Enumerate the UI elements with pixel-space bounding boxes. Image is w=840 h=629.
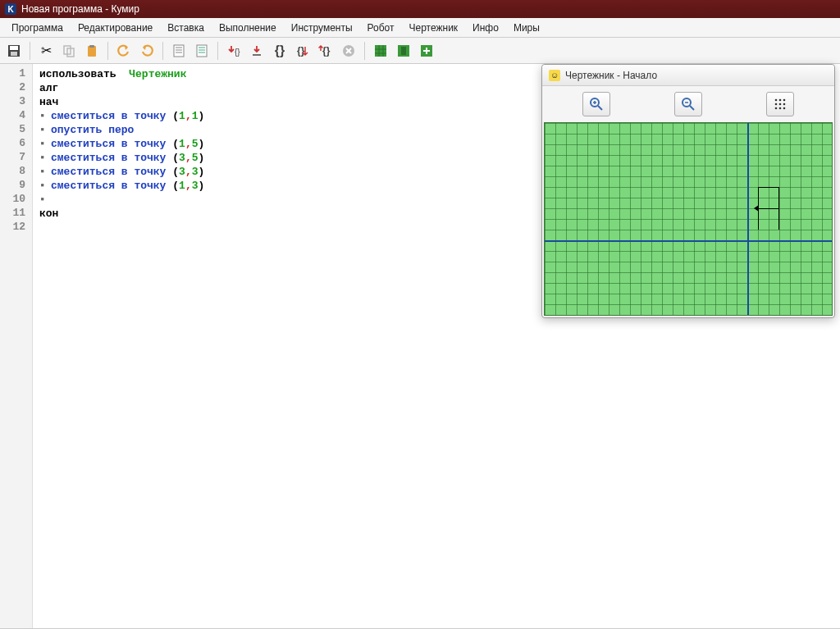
scissors-icon: ✂ (41, 43, 52, 58)
clipboard-icon (84, 43, 99, 58)
world-flag-button[interactable] (393, 40, 414, 62)
svg-rect-11 (197, 45, 207, 57)
flag-grid-icon (396, 43, 411, 58)
toolbar-separator (162, 42, 163, 60)
drafter-title: Чертежник - Начало (565, 70, 657, 81)
braces-icon: {} (275, 43, 285, 58)
braces-run-icon: {} (295, 43, 310, 58)
run-step-button[interactable]: {} (315, 40, 336, 62)
drafter-canvas[interactable] (544, 122, 833, 316)
line-gutter: 1 2 3 4 5 6 7 8 9 10 11 12 (0, 64, 33, 628)
world-grid-button[interactable] (370, 40, 391, 62)
svg-point-40 (779, 107, 782, 110)
menu-robot[interactable]: Робот (361, 20, 401, 36)
menu-run[interactable]: Выполнение (212, 20, 283, 36)
paste-button[interactable] (81, 40, 103, 62)
line-number: 9 (0, 179, 32, 193)
stop-button[interactable] (338, 40, 359, 62)
svg-text:{}: {} (322, 45, 331, 57)
svg-rect-22 (375, 45, 386, 57)
line-number: 2 (0, 81, 32, 95)
svg-rect-2 (11, 52, 17, 56)
line-number: 8 (0, 165, 32, 179)
zoom-out-button[interactable] (674, 92, 702, 116)
line-number: 1 (0, 67, 32, 81)
run-fast-button[interactable]: {} (292, 40, 313, 62)
menu-insert[interactable]: Вставка (161, 20, 211, 36)
step-in-button[interactable]: {} (223, 40, 244, 62)
undo-icon (116, 43, 131, 58)
svg-point-36 (775, 103, 778, 106)
grid-plus-icon (419, 43, 434, 58)
menu-info[interactable]: Инфо (466, 20, 505, 36)
line-number: 4 (0, 109, 32, 123)
floppy-icon (7, 43, 21, 58)
zoom-in-button[interactable] (582, 92, 610, 116)
page-lines-icon (194, 43, 209, 58)
line-number: 12 (0, 221, 32, 235)
menu-tools[interactable]: Инструменты (285, 20, 359, 36)
drafter-titlebar[interactable]: ☺ Чертежник - Начало (542, 65, 834, 86)
toolbar-separator (107, 42, 108, 60)
line-number: 6 (0, 137, 32, 151)
svg-point-35 (783, 99, 786, 102)
svg-point-33 (775, 99, 778, 102)
template2-button[interactable] (191, 40, 212, 62)
svg-point-39 (775, 107, 778, 110)
menu-program[interactable]: Программа (5, 20, 70, 36)
svg-point-37 (779, 103, 782, 106)
line-number: 7 (0, 151, 32, 165)
svg-rect-7 (174, 45, 184, 57)
toolbar: ✂ {} {} {} {} (0, 38, 840, 64)
braces-back-icon: {} (318, 43, 333, 58)
y-axis (747, 123, 749, 315)
window-title: Новая программа - Кумир (21, 3, 139, 15)
svg-line-27 (598, 106, 602, 110)
x-axis (545, 240, 832, 242)
window-titlebar: K Новая программа - Кумир (0, 0, 840, 18)
pen-arrow-icon (754, 205, 759, 212)
page-lines-icon (171, 43, 186, 58)
grid-toggle-button[interactable] (766, 92, 794, 116)
menu-worlds[interactable]: Миры (507, 20, 546, 36)
svg-point-38 (783, 103, 786, 106)
menubar: Программа Редактирование Вставка Выполне… (0, 18, 840, 38)
redo-button[interactable] (136, 40, 158, 62)
copy-button[interactable] (58, 40, 80, 62)
svg-line-31 (690, 106, 694, 110)
cut-button[interactable]: ✂ (35, 40, 57, 62)
magnify-minus-icon (681, 97, 696, 112)
drafter-toolbar (542, 86, 834, 122)
svg-rect-6 (89, 45, 94, 48)
pen-path-seg (758, 208, 779, 209)
template1-button[interactable] (168, 40, 189, 62)
grid-icon (373, 43, 388, 58)
line-number: 10 (0, 193, 32, 207)
save-button[interactable] (3, 40, 25, 62)
toolbar-separator (364, 42, 365, 60)
redo-icon (139, 43, 154, 58)
menu-drafter[interactable]: Чертежник (403, 20, 465, 36)
svg-point-41 (783, 107, 786, 110)
smiley-icon: ☺ (549, 70, 560, 81)
menu-edit[interactable]: Редактирование (71, 20, 159, 36)
world-add-button[interactable] (416, 40, 437, 62)
canvas-grid (545, 123, 832, 315)
drafter-window[interactable]: ☺ Чертежник - Начало (541, 64, 835, 318)
toolbar-separator (30, 42, 30, 60)
step-over-icon (249, 43, 264, 58)
undo-button[interactable] (113, 40, 135, 62)
copy-icon (62, 43, 76, 58)
step-in-icon: {} (226, 43, 241, 58)
svg-point-34 (779, 99, 782, 102)
line-number: 3 (0, 95, 32, 109)
grid-dots-icon (773, 97, 788, 112)
step-over-button[interactable] (246, 40, 267, 62)
magnify-plus-icon (589, 97, 604, 112)
drafter-canvas-wrap (542, 122, 834, 317)
stop-icon (341, 43, 356, 58)
svg-rect-1 (10, 46, 18, 50)
run-button[interactable]: {} (269, 40, 290, 62)
line-number: 11 (0, 207, 32, 221)
svg-text:{}: {} (297, 45, 305, 57)
